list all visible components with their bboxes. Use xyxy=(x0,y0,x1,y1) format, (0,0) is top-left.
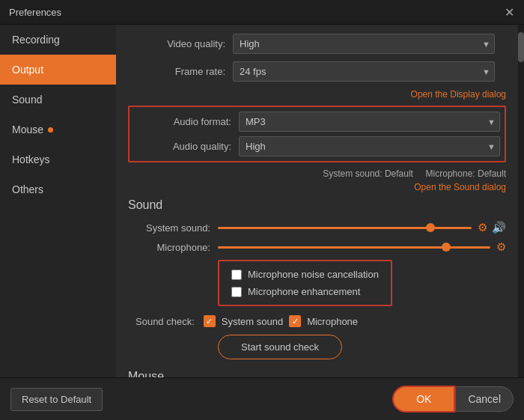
ok-button[interactable]: OK xyxy=(392,386,455,413)
microphone-slider[interactable] xyxy=(218,246,490,249)
video-quality-label: Video quality: xyxy=(128,38,225,49)
window-title: Preferences xyxy=(9,7,61,18)
audio-format-label: Audio format: xyxy=(134,116,231,127)
mic-noise-cancellation-checkbox[interactable] xyxy=(231,270,242,280)
audio-format-select-wrapper: MP3 AAC FLAC ▼ xyxy=(239,112,500,132)
video-quality-row: Video quality: High Medium Low ▼ xyxy=(128,34,506,54)
open-display-dialog-link[interactable]: Open the Display dialog xyxy=(128,89,506,100)
mic-enhancement-row: Microphone enhancement xyxy=(231,286,379,297)
main-content: Video quality: High Medium Low ▼ Frame r… xyxy=(116,25,518,377)
sound-check-label: Sound check: xyxy=(135,316,195,327)
mic-options-box: Microphone noise cancellation Microphone… xyxy=(218,260,392,306)
system-sound-check-indicator: ✓ xyxy=(204,315,216,327)
confirm-buttons: OK Cancel xyxy=(392,386,514,413)
mouse-section-title: Mouse xyxy=(128,370,506,377)
frame-rate-select[interactable]: 24 fps 30 fps 60 fps xyxy=(233,61,495,82)
system-sound-slider[interactable] xyxy=(218,227,472,229)
video-quality-select-wrapper: High Medium Low ▼ xyxy=(233,34,495,54)
system-sound-icons: ⚙ 🔊 xyxy=(478,221,506,234)
mic-noise-cancellation-label: Microphone noise cancellation xyxy=(248,269,379,280)
sidebar-item-mouse[interactable]: Mouse xyxy=(0,115,116,144)
audio-quality-select[interactable]: High Medium Low xyxy=(239,136,500,156)
microphone-info: Microphone: Default xyxy=(426,168,506,179)
frame-rate-row: Frame rate: 24 fps 30 fps 60 fps ▼ xyxy=(128,61,506,82)
system-sound-slider-row: System sound: ⚙ 🔊 xyxy=(128,221,506,234)
sound-check-row: Sound check: ✓ System sound ✓ Microphone xyxy=(135,315,506,327)
audio-quality-select-wrapper: High Medium Low ▼ xyxy=(239,136,500,156)
notification-dot xyxy=(48,127,53,133)
audio-quality-row: Audio quality: High Medium Low ▼ xyxy=(134,136,500,156)
system-sound-info: System sound: Default xyxy=(323,168,413,179)
sound-info-row: System sound: Default Microphone: Defaul… xyxy=(128,168,506,179)
settings-icon[interactable]: ⚙ xyxy=(478,221,487,234)
audio-format-row: Audio format: MP3 AAC FLAC ▼ xyxy=(134,112,500,132)
open-sound-dialog-link[interactable]: Open the Sound dialog xyxy=(128,182,506,192)
sound-section-title: Sound xyxy=(128,198,506,212)
mic-enhancement-label: Microphone enhancement xyxy=(248,286,360,297)
microphone-check-text: Microphone xyxy=(307,316,358,327)
bottom-bar: Reset to Default OK Cancel xyxy=(0,377,524,420)
audio-settings-box: Audio format: MP3 AAC FLAC ▼ Audio quali… xyxy=(128,106,506,162)
microphone-settings-icon[interactable]: ⚙ xyxy=(496,240,506,254)
sidebar: Recording Output Sound Mouse Hotkeys Oth… xyxy=(0,25,116,377)
mic-enhancement-checkbox[interactable] xyxy=(231,287,242,297)
microphone-check-indicator: ✓ xyxy=(289,315,301,327)
sidebar-item-hotkeys[interactable]: Hotkeys xyxy=(0,144,116,174)
scrollbar-track[interactable] xyxy=(518,25,524,377)
start-sound-check-button[interactable]: Start sound check xyxy=(218,335,342,359)
audio-quality-label: Audio quality: xyxy=(134,141,231,152)
audio-format-select[interactable]: MP3 AAC FLAC xyxy=(239,112,500,132)
reset-to-default-button[interactable]: Reset to Default xyxy=(10,388,103,411)
volume-icon[interactable]: 🔊 xyxy=(492,221,506,234)
system-sound-check-text: System sound xyxy=(222,316,283,327)
sidebar-item-sound[interactable]: Sound xyxy=(0,85,116,115)
title-bar: Preferences ✕ xyxy=(0,0,524,25)
sidebar-item-output[interactable]: Output xyxy=(0,55,116,85)
video-quality-select[interactable]: High Medium Low xyxy=(233,34,495,54)
microphone-icons: ⚙ xyxy=(496,240,506,254)
preferences-window: Preferences ✕ Recording Output Sound Mou… xyxy=(0,0,524,420)
microphone-slider-label: Microphone: xyxy=(128,242,210,253)
cancel-button[interactable]: Cancel xyxy=(455,386,514,412)
frame-rate-select-wrapper: 24 fps 30 fps 60 fps ▼ xyxy=(233,61,495,82)
system-sound-slider-label: System sound: xyxy=(128,222,210,234)
close-button[interactable]: ✕ xyxy=(503,6,515,18)
sidebar-item-others[interactable]: Others xyxy=(0,174,116,204)
frame-rate-label: Frame rate: xyxy=(128,66,225,77)
sidebar-item-recording[interactable]: Recording xyxy=(0,25,116,55)
scrollbar-thumb[interactable] xyxy=(518,32,524,62)
mic-noise-cancellation-row: Microphone noise cancellation xyxy=(231,269,379,280)
microphone-slider-row: Microphone: ⚙ xyxy=(128,240,506,254)
